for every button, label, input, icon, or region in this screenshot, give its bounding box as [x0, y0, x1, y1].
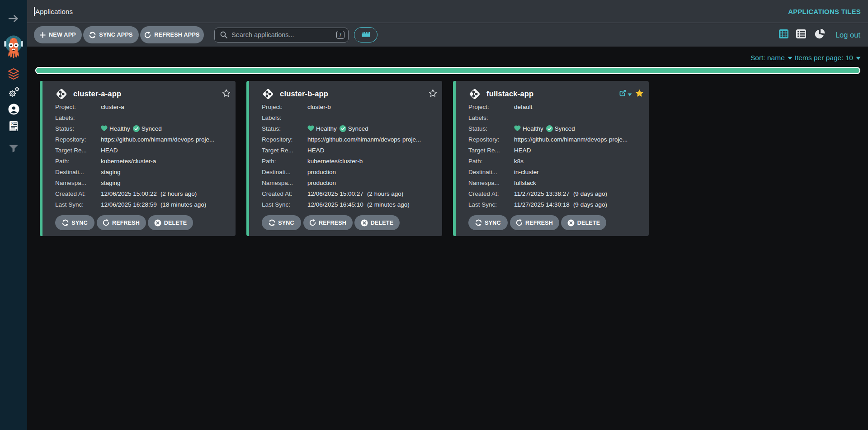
arrow-right-icon	[8, 15, 19, 24]
page-progress-bar	[35, 67, 860, 74]
favorite-star-button[interactable]	[635, 89, 644, 99]
page-title: Applications	[35, 8, 73, 15]
layers-icon	[8, 68, 19, 82]
search-box[interactable]: /	[214, 28, 349, 43]
view-summary-button[interactable]	[814, 28, 826, 41]
sidebar-filter-toggle[interactable]	[0, 145, 27, 154]
application-name: cluster-b-app	[280, 90, 328, 98]
sync-button[interactable]: SYNC	[468, 215, 508, 230]
application-tile[interactable]: cluster-a-app Project:cluster-aLabels:St…	[40, 81, 236, 236]
field-label: Project:	[262, 104, 307, 110]
favorites-toggle[interactable]	[354, 27, 377, 43]
field-value: HEAD	[307, 147, 325, 154]
book-icon: ?	[8, 120, 19, 134]
sync-icon	[475, 219, 482, 226]
delete-button[interactable]: DELETE	[354, 215, 400, 230]
redo-icon	[516, 219, 523, 226]
relative-time-text: (2 hours ago)	[160, 190, 197, 197]
view-list-button[interactable]	[796, 29, 807, 41]
field-value: cluster-a	[101, 104, 124, 110]
field-label: Namespa...	[262, 180, 307, 186]
sync-check-icon	[340, 125, 346, 132]
field-label: Last Sync:	[55, 201, 101, 208]
sync-apps-button[interactable]: SYNC APPS	[83, 26, 139, 43]
field-value: https://github.com/himanm/devops-proje..…	[101, 136, 214, 143]
tile-field-row: Created At:12/06/2025 15:00:22(2 hours a…	[55, 188, 228, 199]
external-link-caret[interactable]	[627, 90, 632, 98]
tile-field-row: Project:cluster-a	[55, 101, 228, 112]
refresh-button[interactable]: REFRESH	[510, 215, 559, 230]
tile-field-row: Last Sync:11/27/2025 14:30:18(9 days ago…	[468, 199, 642, 210]
funnel-icon	[9, 144, 19, 155]
sync-button[interactable]: SYNC	[262, 215, 301, 230]
star-outline-icon	[222, 89, 231, 99]
field-label: Project:	[55, 104, 101, 110]
sync-status-text: Synced	[555, 125, 575, 132]
health-heart-icon	[101, 125, 108, 132]
field-label: Last Sync:	[262, 201, 307, 208]
sidebar-item-user[interactable]	[0, 104, 27, 115]
sidebar-item-applications[interactable]	[0, 69, 27, 81]
field-value: in-cluster	[514, 169, 539, 175]
field-label: Path:	[55, 158, 101, 165]
tile-field-row: Labels:	[262, 112, 435, 123]
field-value: cluster-b	[307, 104, 331, 110]
relative-time-text: (2 hours ago)	[367, 190, 403, 197]
sort-dropdown[interactable]: Sort: name	[750, 54, 785, 62]
sidebar-item-settings[interactable]	[0, 87, 27, 99]
times-circle-icon	[361, 219, 368, 227]
field-value: kubernetes/cluster-a	[101, 158, 156, 165]
sidebar-item-docs[interactable]: ?	[0, 122, 27, 132]
sync-icon	[269, 219, 275, 226]
refresh-apps-button[interactable]: REFRESH APPS	[140, 26, 204, 43]
application-tile[interactable]: cluster-b-app Project:cluster-bLabels:St…	[246, 81, 442, 236]
refresh-button[interactable]: REFRESH	[303, 215, 353, 230]
field-label: Namespa...	[468, 180, 514, 186]
tile-field-row: Last Sync:12/06/2025 16:45:10(2 minutes …	[262, 199, 435, 210]
tile-field-row: Path:kubernetes/cluster-b	[262, 156, 435, 166]
field-value: 11/27/2025 13:38:27(9 days ago)	[514, 190, 607, 197]
external-link-button[interactable]	[619, 90, 626, 98]
application-tile[interactable]: fullstack-app Project:defaultLabels:Stat…	[453, 81, 649, 236]
field-value: fullstack	[514, 180, 536, 186]
delete-button[interactable]: DELETE	[148, 215, 193, 230]
view-tiles-button[interactable]	[778, 29, 789, 41]
items-per-page-dropdown[interactable]: Items per page: 10	[795, 54, 853, 62]
field-value: HEAD	[101, 147, 118, 154]
grid-icon	[778, 29, 789, 41]
logout-button[interactable]: Log out	[835, 31, 860, 39]
pie-chart-icon	[814, 28, 826, 41]
field-label: Destinati...	[262, 169, 307, 175]
application-name: fullstack-app	[486, 90, 533, 98]
delete-button[interactable]: DELETE	[561, 215, 606, 230]
user-circle-icon	[8, 104, 19, 117]
field-label: Repository:	[262, 136, 307, 143]
star-outline-icon	[429, 89, 437, 99]
field-label: Created At:	[55, 190, 101, 197]
application-icon	[262, 88, 274, 100]
favorite-star-button[interactable]	[222, 89, 231, 99]
health-status-text: Healthy	[523, 125, 543, 132]
datetime-text: 12/06/2025 15:00:22	[101, 190, 157, 197]
tile-field-row: Namespa...staging	[55, 177, 228, 188]
search-input[interactable]	[231, 31, 336, 38]
tile-field-row: Created At:12/06/2025 15:00:27(2 hours a…	[262, 188, 435, 199]
health-status-text: Healthy	[316, 125, 337, 132]
field-value: k8s	[514, 158, 524, 165]
relative-time-text: (9 days ago)	[573, 190, 607, 197]
refresh-button[interactable]: REFRESH	[97, 215, 146, 230]
sidebar: ?	[0, 0, 27, 430]
argo-logo[interactable]	[0, 34, 27, 60]
favorite-star-button[interactable]	[429, 89, 437, 99]
toolbar: NEW APP SYNC APPS REFRESH APPS / Log out	[27, 23, 868, 47]
tile-field-row: Destinati...staging	[55, 166, 228, 177]
field-value: staging	[101, 169, 121, 175]
field-label: Path:	[468, 158, 514, 165]
sync-button[interactable]: SYNC	[55, 215, 94, 230]
tile-field-row: Status:HealthySynced	[468, 123, 642, 134]
field-value: 12/06/2025 15:00:22(2 hours ago)	[101, 190, 197, 197]
sidebar-collapse-button[interactable]	[0, 14, 27, 25]
new-app-button[interactable]: NEW APP	[34, 26, 82, 43]
sync-icon	[89, 32, 96, 38]
times-circle-icon	[567, 219, 575, 227]
